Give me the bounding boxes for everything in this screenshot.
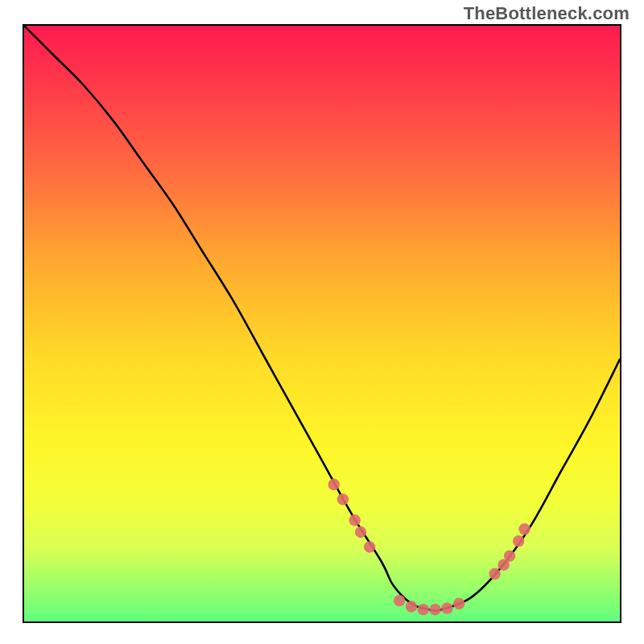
data-point (355, 526, 366, 538)
data-point (418, 604, 429, 615)
data-point (364, 541, 375, 552)
data-point (489, 568, 500, 580)
data-point (328, 479, 340, 490)
bottleneck-curve (24, 26, 620, 611)
data-point (518, 523, 530, 535)
chart-container: TheBottleneck.com (0, 0, 644, 644)
data-point (504, 550, 515, 561)
scatter-points (328, 479, 530, 616)
watermark-text: TheBottleneck.com (464, 3, 630, 24)
chart-svg (24, 26, 620, 621)
data-point (394, 595, 405, 606)
plot-area (23, 24, 621, 623)
data-point (337, 493, 349, 505)
data-point (349, 514, 361, 526)
data-point (513, 535, 524, 547)
data-point (429, 604, 440, 615)
data-point (441, 603, 452, 614)
data-point (406, 601, 417, 612)
data-point (453, 598, 464, 609)
